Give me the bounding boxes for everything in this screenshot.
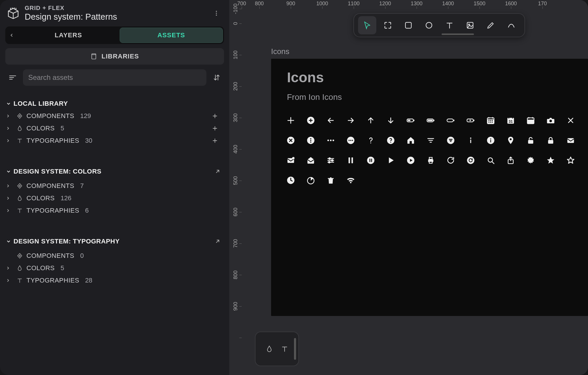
print-icon[interactable] — [426, 155, 436, 165]
arrow-down-icon[interactable] — [386, 115, 396, 125]
lock-closed-icon[interactable] — [546, 135, 556, 145]
file-name[interactable]: Design system: Patterns — [25, 12, 205, 22]
tree-item-local-components[interactable]: COMPONENTS129 — [5, 110, 224, 122]
ellipsis-vertical-circle-icon[interactable] — [306, 135, 316, 145]
close-icon[interactable] — [566, 115, 576, 125]
options-icon[interactable] — [326, 155, 336, 165]
battery-charging-icon[interactable] — [466, 115, 476, 125]
mail-icon[interactable] — [566, 135, 576, 145]
lock-open-icon[interactable] — [526, 135, 536, 145]
libraries-label: LIBRARIES — [101, 53, 139, 60]
calendar-date-icon[interactable]: 31 — [506, 115, 516, 125]
tool-pencil[interactable] — [482, 16, 500, 34]
star-outline-icon[interactable] — [566, 155, 576, 165]
tool-image[interactable] — [461, 16, 479, 34]
information-circle-icon[interactable] — [486, 135, 496, 145]
information-icon[interactable] — [466, 135, 476, 145]
artboard-icons[interactable]: Icons From Ion Icons 31 — [271, 59, 588, 316]
toolbar-drag-handle[interactable] — [442, 33, 474, 35]
tool-rect[interactable] — [399, 16, 417, 34]
arrow-up-icon[interactable] — [366, 115, 376, 125]
external-link-icon[interactable] — [212, 236, 223, 247]
chevron-right-icon — [6, 126, 13, 130]
star-icon[interactable] — [546, 155, 556, 165]
timer-icon[interactable] — [306, 175, 316, 185]
mail-unread-icon[interactable] — [286, 155, 296, 165]
calendar-grid-icon[interactable] — [486, 115, 496, 125]
text-icon[interactable] — [281, 345, 288, 353]
add-button[interactable] — [212, 137, 223, 144]
add-button[interactable] — [212, 113, 223, 119]
filter-icon[interactable] — [426, 135, 436, 145]
home-icon[interactable] — [406, 135, 416, 145]
filter-circle-icon[interactable] — [446, 135, 456, 145]
icon-grid: 31 — [271, 102, 588, 185]
tab-layers[interactable]: LAYERS — [17, 28, 120, 43]
tab-back-button[interactable] — [6, 33, 17, 38]
calendar-blank-icon[interactable] — [526, 115, 536, 125]
mini-toolbar-handle[interactable] — [294, 338, 296, 360]
mini-toolbar[interactable] — [255, 332, 299, 366]
tool-frame[interactable] — [379, 16, 397, 34]
pause-circle-icon[interactable] — [366, 155, 376, 165]
filter-lines-icon[interactable] — [5, 69, 20, 86]
wifi-icon[interactable] — [346, 175, 356, 185]
play-circle-icon[interactable] — [406, 155, 416, 165]
tool-ellipse[interactable] — [420, 16, 438, 34]
ellipsis-horizontal-circle-icon[interactable] — [346, 135, 356, 145]
mail-open-icon[interactable] — [306, 155, 316, 165]
ellipsis-horizontal-icon[interactable] — [326, 135, 336, 145]
libraries-button[interactable]: LIBRARIES — [5, 48, 224, 65]
tool-pointer[interactable] — [358, 16, 376, 34]
book-icon — [90, 53, 97, 60]
tree-item-local-colors[interactable]: COLORS5 — [5, 122, 224, 134]
tree-item-ds-colors-typo[interactable]: TYPOGRAPHIES6 — [5, 204, 224, 217]
group-header-local[interactable]: LOCAL LIBRARY — [5, 97, 224, 110]
external-link-icon[interactable] — [212, 166, 223, 177]
arrow-left-icon[interactable] — [326, 115, 336, 125]
ruler-v-tick: 400 — [233, 145, 239, 154]
camera-icon[interactable] — [546, 115, 556, 125]
help-circle-icon[interactable] — [386, 135, 396, 145]
help-icon[interactable] — [366, 135, 376, 145]
tool-curve[interactable] — [502, 16, 520, 34]
add-button[interactable] — [212, 125, 223, 132]
time-icon[interactable] — [286, 175, 296, 185]
trash-icon[interactable] — [326, 175, 336, 185]
pause-icon[interactable] — [346, 155, 356, 165]
battery-full-icon[interactable] — [426, 115, 436, 125]
file-menu-button[interactable] — [210, 7, 223, 20]
arrow-right-icon[interactable] — [346, 115, 356, 125]
tree-item-ds-typo-typo[interactable]: TYPOGRAPHIES28 — [5, 274, 224, 287]
sort-button[interactable] — [209, 69, 224, 86]
reload-circle-icon[interactable] — [466, 155, 476, 165]
tool-text[interactable] — [440, 16, 459, 34]
location-icon[interactable] — [506, 135, 516, 145]
tree-item-ds-colors-colors[interactable]: COLORS126 — [5, 192, 224, 204]
group-header-ds-colors[interactable]: DESIGN SYSTEM: COLORS — [5, 163, 224, 180]
battery-half-icon[interactable] — [406, 115, 416, 125]
drop-icon[interactable] — [265, 345, 273, 353]
search-input[interactable] — [23, 69, 206, 86]
svg-point-1 — [216, 13, 217, 14]
play-icon[interactable] — [386, 155, 396, 165]
close-circle-icon[interactable] — [286, 135, 296, 145]
tree-item-local-typo[interactable]: TYPOGRAPHIES30 — [5, 134, 224, 147]
add-circle-icon[interactable] — [306, 115, 316, 125]
tree-item-ds-typo-colors[interactable]: COLORS5 — [5, 262, 224, 274]
project-name[interactable]: GRID + FLEX — [25, 5, 205, 11]
svg-rect-60 — [548, 140, 553, 144]
app-logo-icon[interactable] — [6, 6, 20, 20]
add-icon[interactable] — [286, 115, 296, 125]
canvas-viewport[interactable]: Icons Icons From Ion Icons 31 — [242, 9, 588, 375]
tree-item-ds-typo-components[interactable]: COMPONENTS0 — [5, 250, 224, 262]
tree-item-ds-colors-components[interactable]: COMPONENTS7 — [5, 180, 224, 192]
search-icon[interactable] — [486, 155, 496, 165]
group-header-ds-typo[interactable]: DESIGN SYSTEM: TYPOGRAPHY — [5, 233, 224, 250]
reload-icon[interactable] — [446, 155, 456, 165]
share-icon[interactable] — [506, 155, 516, 165]
frame-label[interactable]: Icons — [271, 47, 289, 56]
settings-icon[interactable] — [526, 155, 536, 165]
battery-empty-icon[interactable] — [446, 115, 456, 125]
tab-assets[interactable]: ASSETS — [120, 28, 223, 43]
